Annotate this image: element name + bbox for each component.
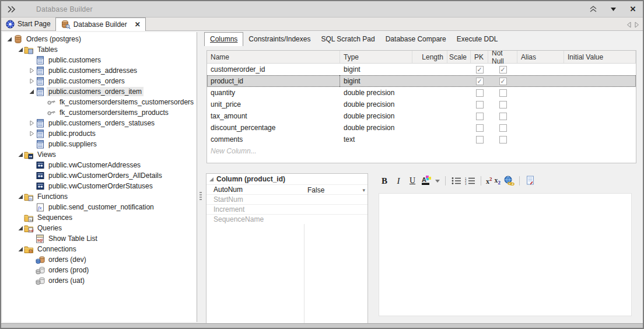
tree-item[interactable]: public.customers_orders_item bbox=[2, 86, 197, 97]
tree-item[interactable]: Connections bbox=[2, 244, 197, 254]
chevrons-right-icon[interactable] bbox=[7, 6, 16, 13]
tree-item[interactable]: orders (prod) bbox=[2, 265, 197, 275]
cell-scale[interactable] bbox=[447, 122, 471, 134]
collapse-arrow-icon[interactable] bbox=[16, 193, 24, 201]
pk-checkbox[interactable] bbox=[476, 101, 484, 108]
property-value[interactable] bbox=[304, 205, 368, 214]
tree-item[interactable]: Views bbox=[2, 149, 197, 160]
collapse-arrow-icon[interactable] bbox=[5, 36, 13, 43]
cell-type[interactable]: double precision bbox=[340, 110, 412, 122]
column-row-tax_amount[interactable]: tax_amountdouble precision bbox=[207, 110, 636, 122]
font-color-dropdown-icon[interactable] bbox=[435, 175, 440, 187]
expand-arrow-icon[interactable] bbox=[27, 78, 35, 85]
tree-item[interactable]: orders (uat) bbox=[2, 275, 197, 286]
cell-length[interactable] bbox=[412, 134, 447, 145]
tree-item[interactable]: public.products bbox=[2, 128, 197, 139]
cell-initial-value[interactable] bbox=[564, 64, 636, 75]
tab-scroll-right-icon[interactable] bbox=[635, 22, 639, 28]
column-header-alias[interactable]: Alias bbox=[517, 51, 564, 63]
property-row-increment[interactable]: Increment bbox=[206, 204, 368, 214]
tab-start-page[interactable]: Start Page bbox=[1, 18, 55, 30]
not-null-checkbox[interactable] bbox=[499, 89, 507, 97]
editor-tab-columns[interactable]: Columns bbox=[204, 32, 243, 46]
cell-length[interactable] bbox=[412, 75, 447, 87]
tree-item[interactable]: sqlQueries bbox=[2, 223, 197, 233]
tree-item[interactable]: public.vwCustomerOrderStatuses bbox=[2, 181, 197, 191]
not-null-checkbox[interactable] bbox=[499, 113, 507, 120]
collapse-arrow-icon[interactable] bbox=[16, 225, 24, 232]
cell-initial-value[interactable] bbox=[564, 110, 636, 122]
tree-item[interactable]: public.suppliers bbox=[2, 139, 197, 149]
collapse-panel-icon[interactable] bbox=[588, 4, 598, 15]
value-dropdown-icon[interactable]: ▾ bbox=[362, 187, 365, 193]
collapse-triangle-icon[interactable] bbox=[209, 177, 214, 182]
collapse-arrow-icon[interactable] bbox=[16, 46, 24, 54]
tree-item[interactable]: Orders (postgres) bbox=[2, 34, 197, 44]
tree-item[interactable]: fxFunctions bbox=[2, 191, 197, 202]
dropdown-arrow-icon[interactable] bbox=[608, 4, 618, 15]
column-header-not-null[interactable]: Not Null bbox=[488, 51, 517, 63]
notes-text-area[interactable] bbox=[379, 193, 632, 316]
cell-type[interactable]: double precision bbox=[340, 122, 412, 134]
tree-item[interactable]: sqlShow Table List bbox=[2, 233, 197, 244]
expand-arrow-icon[interactable] bbox=[27, 67, 35, 75]
tree-item[interactable]: 12Sequences bbox=[2, 212, 197, 223]
bullet-list-icon[interactable] bbox=[450, 175, 462, 187]
cell-length[interactable] bbox=[412, 122, 447, 134]
column-row-product_id[interactable]: product_idbigint✓✓ bbox=[207, 75, 636, 87]
editor-tab-database-compare[interactable]: Database Compare bbox=[380, 33, 452, 46]
tree-item[interactable]: public.customers_orders_statuses bbox=[2, 118, 197, 128]
numbered-list-icon[interactable]: 123 bbox=[464, 175, 476, 187]
collapse-arrow-icon[interactable] bbox=[27, 88, 35, 96]
cell-type[interactable]: double precision bbox=[340, 87, 412, 99]
cell-length[interactable] bbox=[412, 64, 447, 75]
italic-icon[interactable]: I bbox=[393, 175, 404, 187]
cell-type[interactable]: text bbox=[340, 134, 412, 145]
cell-name[interactable]: unit_price bbox=[207, 99, 340, 110]
column-header-initial-value[interactable]: Initial Value bbox=[564, 51, 636, 63]
cell-alias[interactable] bbox=[517, 110, 564, 122]
tree-item[interactable]: fk_customersordersitems_customersorders bbox=[2, 97, 197, 107]
expand-arrow-icon[interactable] bbox=[27, 120, 35, 127]
cell-length[interactable] bbox=[412, 87, 447, 99]
cell-name[interactable]: product_id bbox=[207, 75, 340, 87]
panel-splitter[interactable] bbox=[197, 32, 204, 322]
collapse-arrow-icon[interactable] bbox=[16, 151, 24, 159]
property-row-autonum[interactable]: AutoNumFalse▾ bbox=[206, 184, 368, 194]
tree-item[interactable]: public.customers_orders bbox=[2, 76, 197, 86]
pk-checkbox[interactable] bbox=[476, 136, 484, 144]
editor-tab-constraints-indexes[interactable]: Constraints/Indexes bbox=[243, 33, 316, 46]
cell-scale[interactable] bbox=[447, 110, 471, 122]
insert-document-icon[interactable] bbox=[524, 174, 536, 187]
column-header-name[interactable]: Name bbox=[207, 51, 340, 63]
tree-item[interactable]: public.vwCustomerAddresses bbox=[2, 160, 197, 170]
cell-initial-value[interactable] bbox=[564, 75, 636, 87]
column-row-unit_price[interactable]: unit_pricedouble precision bbox=[207, 99, 636, 110]
pk-checked-checkbox[interactable]: ✓ bbox=[476, 78, 484, 85]
editor-tab-execute-ddl[interactable]: Execute DDL bbox=[452, 33, 503, 46]
cell-initial-value[interactable] bbox=[564, 99, 636, 110]
cell-name[interactable]: quantity bbox=[207, 87, 340, 99]
column-header-scale[interactable]: Scale bbox=[447, 51, 471, 63]
cell-scale[interactable] bbox=[447, 99, 471, 110]
tree-item[interactable]: public.customers_addresses bbox=[2, 65, 197, 76]
tab-database-builder[interactable]: Database Builder ✕ bbox=[55, 18, 146, 31]
close-icon[interactable]: ✕ bbox=[628, 4, 638, 15]
cell-length[interactable] bbox=[412, 110, 447, 122]
underline-icon[interactable]: U bbox=[407, 175, 418, 187]
cell-name[interactable]: tax_amount bbox=[207, 110, 340, 122]
cell-type[interactable]: bigint bbox=[340, 64, 412, 75]
tree-item[interactable]: fxpublic.send_customer_notification bbox=[2, 202, 197, 212]
cell-type[interactable]: double precision bbox=[340, 99, 412, 110]
cell-initial-value[interactable] bbox=[564, 122, 636, 134]
tree-item[interactable]: public.vwCustomerOrders_AllDetails bbox=[2, 170, 197, 181]
property-value[interactable] bbox=[304, 195, 368, 204]
expand-arrow-icon[interactable] bbox=[27, 130, 35, 138]
not-null-checkbox[interactable] bbox=[499, 101, 507, 108]
column-row-customerorder_id[interactable]: customerorder_idbigint✓✓ bbox=[207, 64, 636, 75]
column-row-quantity[interactable]: quantitydouble precision bbox=[207, 87, 636, 99]
pk-checked-checkbox[interactable]: ✓ bbox=[476, 66, 484, 74]
cell-initial-value[interactable] bbox=[564, 87, 636, 99]
property-value[interactable]: False▾ bbox=[304, 185, 368, 194]
collapse-arrow-icon[interactable] bbox=[16, 246, 24, 253]
